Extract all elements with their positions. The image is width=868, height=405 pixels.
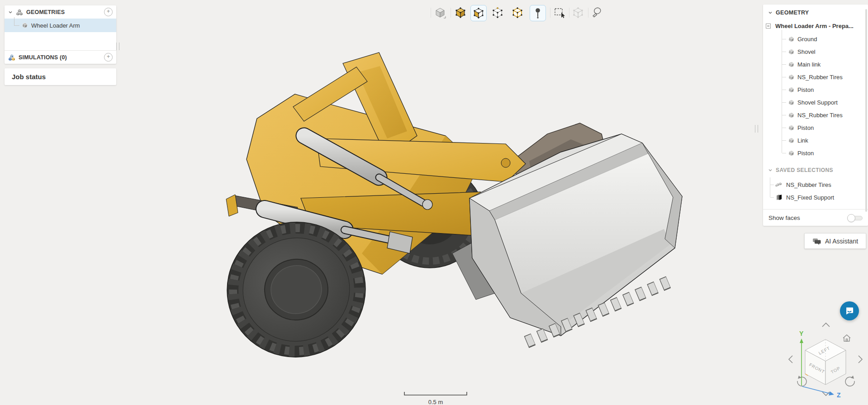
body-cube-icon bbox=[788, 112, 795, 119]
body-cube-icon bbox=[788, 48, 795, 55]
support-chat-button[interactable] bbox=[840, 301, 859, 320]
probe-point-icon[interactable] bbox=[530, 5, 546, 21]
chevron-down-icon bbox=[768, 168, 773, 172]
body-cube-icon bbox=[788, 61, 795, 68]
tree-item[interactable]: Main link bbox=[763, 58, 868, 71]
cubes-group-icon bbox=[775, 181, 783, 188]
tree-item-label: Piston bbox=[797, 150, 814, 157]
chat-bubbles-icon bbox=[812, 238, 821, 245]
saved-selection-label: NS_Rubber Tires bbox=[786, 181, 831, 188]
axis-y-label: Y bbox=[799, 330, 804, 337]
tree-item-label: Main link bbox=[797, 61, 821, 68]
scale-bar: 0.5 m bbox=[404, 390, 467, 405]
toolbar-separator bbox=[588, 8, 588, 18]
home-view-icon[interactable] bbox=[843, 335, 850, 341]
scale-bar-line bbox=[404, 391, 467, 396]
saved-selections-section: SAVED SELECTIONS NS_Rubber Tires NS_Fixe… bbox=[763, 164, 868, 204]
right-panel-resize-handle[interactable] bbox=[755, 125, 758, 133]
geometry-header-label: GEOMETRY bbox=[776, 10, 809, 16]
saved-selections-header[interactable]: SAVED SELECTIONS bbox=[763, 164, 868, 176]
body-cube-icon bbox=[788, 150, 795, 157]
job-status-panel[interactable]: Job status bbox=[5, 68, 116, 85]
scale-bar-label: 0.5 m bbox=[404, 399, 467, 405]
roll-cw-icon[interactable] bbox=[845, 376, 854, 386]
geometry-children-tree: Ground Shovel Main link NS_Rubber Tires … bbox=[763, 33, 868, 159]
saved-selection-label: NS_Fixed Support bbox=[786, 194, 834, 201]
body-cube-icon bbox=[788, 86, 795, 93]
rotate-left-chevron[interactable] bbox=[789, 356, 792, 363]
tree-empty-space bbox=[5, 32, 116, 50]
tree-item-label: NS_Rubber Tires bbox=[797, 74, 843, 81]
show-faces-toggle[interactable] bbox=[847, 214, 863, 222]
tree-item-label: Piston bbox=[797, 86, 814, 93]
saved-selections-header-label: SAVED SELECTIONS bbox=[776, 167, 833, 173]
tree-item[interactable]: Shovel Support bbox=[763, 96, 868, 109]
faces-stack-icon bbox=[775, 194, 783, 200]
tree-item[interactable]: Piston bbox=[763, 121, 868, 134]
tree-item[interactable]: Piston bbox=[763, 83, 868, 96]
axis-y-arrowhead bbox=[800, 338, 803, 343]
tree-item[interactable]: NS_Rubber Tires bbox=[763, 109, 868, 121]
simulations-cubes-icon bbox=[8, 54, 15, 61]
saved-selection-item[interactable]: NS_Rubber Tires bbox=[763, 178, 868, 191]
toolbar-separator bbox=[431, 8, 431, 18]
cad-mode-cube-icon[interactable] bbox=[433, 5, 447, 20]
toolbar-separator bbox=[569, 8, 569, 18]
geometry-section-header[interactable]: GEOMETRY bbox=[763, 6, 868, 19]
body-cube-icon bbox=[788, 74, 795, 81]
simulations-header-label: SIMULATIONS (0) bbox=[19, 54, 104, 61]
geometry-root-item[interactable]: Wheel Loader Arm - Prepa... bbox=[763, 19, 868, 33]
right-panel-scrollbar[interactable] bbox=[865, 9, 867, 212]
geometry-root-label: Wheel Loader Arm - Prepa... bbox=[775, 23, 854, 29]
show-faces-row: Show faces bbox=[763, 209, 868, 226]
measure-icon[interactable] bbox=[590, 5, 604, 20]
geometry-item-label: Wheel Loader Arm bbox=[31, 22, 80, 29]
ai-assistant-label: AI Assistant bbox=[825, 238, 858, 245]
viewer-toolbar bbox=[0, 5, 868, 21]
body-cube-icon bbox=[788, 99, 795, 106]
chat-bubble-smile-icon bbox=[844, 306, 854, 316]
tree-item-label: Shovel Support bbox=[797, 99, 838, 106]
viewport-3d-scene[interactable] bbox=[0, 0, 868, 405]
saved-selection-item[interactable]: NS_Fixed Support bbox=[763, 191, 868, 204]
body-cube-icon bbox=[788, 137, 795, 144]
axis-z-line bbox=[802, 386, 830, 394]
axis-z-label: Z bbox=[837, 391, 841, 399]
tree-item-label: Ground bbox=[797, 36, 817, 43]
toggle-knob bbox=[847, 214, 855, 222]
collapse-minus-icon[interactable] bbox=[766, 24, 771, 29]
toolbar-separator bbox=[451, 8, 451, 18]
add-simulation-button[interactable]: + bbox=[104, 53, 113, 62]
tree-item[interactable]: Link bbox=[763, 134, 868, 147]
tree-item[interactable]: NS_Rubber Tires bbox=[763, 71, 868, 83]
left-panel-resize-handle[interactable] bbox=[116, 43, 119, 50]
tree-item[interactable]: Ground bbox=[763, 33, 868, 45]
tree-item-label: NS_Rubber Tires bbox=[797, 112, 843, 119]
select-volumes-icon[interactable] bbox=[453, 5, 468, 20]
geometry-tree-panel: GEOMETRY Wheel Loader Arm - Prepa... Gro… bbox=[763, 5, 868, 226]
view-cube[interactable]: LEFT FRONT TOP bbox=[805, 339, 846, 385]
ai-assistant-button[interactable]: AI Assistant bbox=[804, 233, 866, 249]
body-cube-icon bbox=[788, 124, 795, 131]
rotate-right-chevron[interactable] bbox=[859, 356, 862, 363]
tree-item-label: Piston bbox=[797, 124, 814, 131]
tree-item-label: Link bbox=[797, 137, 808, 144]
tree-item-label: Shovel bbox=[797, 48, 816, 55]
show-faces-label: Show faces bbox=[768, 214, 800, 221]
select-edges-icon[interactable] bbox=[510, 5, 525, 20]
select-faces-icon[interactable] bbox=[470, 5, 487, 21]
toolbar-separator bbox=[550, 8, 550, 18]
box-select-icon[interactable] bbox=[552, 5, 567, 20]
body-cube-icon bbox=[788, 36, 795, 43]
tree-item[interactable]: Piston bbox=[763, 147, 868, 159]
tree-item[interactable]: Shovel bbox=[763, 45, 868, 58]
roll-ccw-icon[interactable] bbox=[797, 376, 806, 386]
geometry-cube-icon bbox=[22, 22, 28, 29]
saved-selections-tree: NS_Rubber Tires NS_Fixed Support bbox=[763, 178, 868, 204]
rotate-up-chevron[interactable] bbox=[822, 323, 830, 327]
select-vertices-icon[interactable] bbox=[490, 5, 505, 20]
simulations-header-row[interactable]: SIMULATIONS (0) + bbox=[5, 51, 116, 64]
chevron-down-icon bbox=[768, 10, 773, 15]
navigation-cube[interactable]: Y Z X LEFT FRONT TOP bbox=[785, 318, 867, 404]
job-status-label: Job status bbox=[12, 73, 46, 81]
